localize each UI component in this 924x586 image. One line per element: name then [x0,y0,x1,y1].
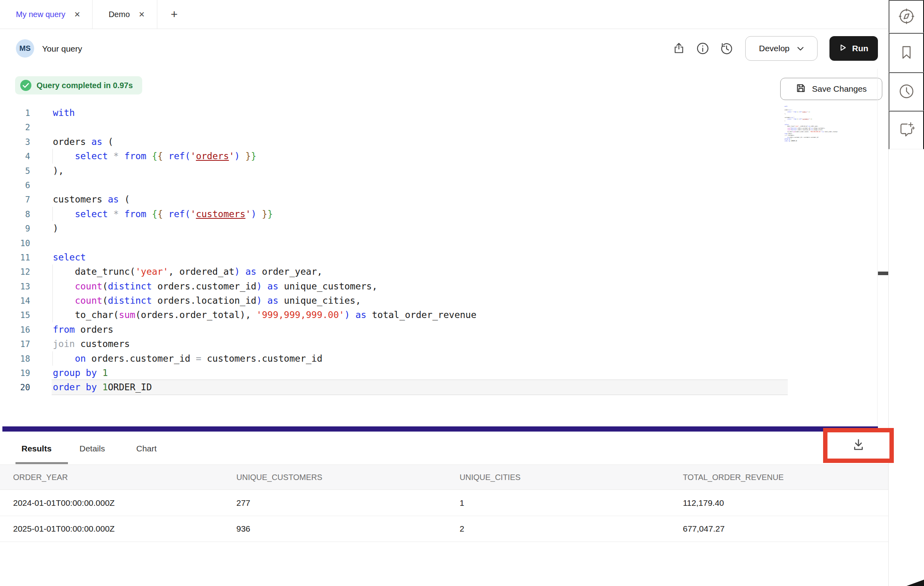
code-line-5[interactable]: 5), [0,164,476,178]
code-token: distinct [108,281,152,291]
code-token: ) [344,310,350,320]
main-panel: My new query✕Demo✕ + MS Your query [0,0,888,586]
code-token: orders.location_id [797,129,810,131]
save-changes-button[interactable]: Save Changes [780,78,882,100]
sidebar-item-explore[interactable] [889,0,924,33]
code-token: unique_cities, [813,129,823,131]
close-icon[interactable]: ✕ [74,10,81,19]
code-token: join [53,339,75,349]
code-token: count [787,127,791,129]
code-token [119,151,124,161]
code-token: as [245,266,257,277]
sidebar-item-ai-chat[interactable] [889,111,924,149]
info-button[interactable] [696,42,710,56]
code-token: ref [168,209,185,219]
code-token: '999,999,999.00' [810,131,821,132]
code-line-6[interactable]: 6 [0,178,476,192]
code-line-20[interactable]: 20order by 1ORDER_ID [0,380,476,394]
column-header: UNIQUE_CUSTOMERS [223,473,447,482]
active-tab-underline [15,462,68,464]
editor-minimap[interactable]: withorders as ( select * from {{ ref('or… [785,106,849,145]
code-token: * [113,151,119,161]
results-tab-details[interactable]: Details [79,444,105,453]
run-label: Run [852,44,868,53]
code-token: (orders.order_total), [135,310,257,320]
share-button[interactable] [672,42,686,56]
line-number: 6 [0,178,30,193]
code-token [53,295,75,306]
code-token: ) [256,281,262,291]
code-token: ( [102,137,114,147]
editor-scrollbar-track [877,69,889,426]
code-token: select [53,252,86,262]
code-line-12[interactable]: 12 date_trunc('year', ordered_at) as ord… [0,264,476,279]
code-token [163,209,168,219]
code-line-13[interactable]: 13 count(distinct orders.customer_id) as… [0,279,476,293]
develop-dropdown[interactable]: Develop [745,36,818,61]
code-line-19[interactable]: 19group by 1 [0,366,476,380]
code-line-2[interactable]: 2 [0,120,476,134]
code-line-content: select * from {{ ref('orders') }} [785,111,810,113]
line-number: 13 [0,280,30,294]
code-token: with [785,106,787,107]
code-line-7[interactable]: 7customers as ( [0,192,476,206]
line-number: 8 [0,207,30,222]
code-token: customers [785,117,791,118]
sidebar-item-bookmarks[interactable] [889,33,924,72]
code-token: orders.customer_id [789,137,802,138]
code-token [262,295,267,306]
line-number: 9 [0,222,30,236]
bookmark-icon [898,44,915,62]
code-line-16[interactable]: 16from orders [0,322,476,337]
scrollbar-thumb[interactable] [878,272,888,275]
code-line-11[interactable]: 11select [0,250,476,264]
code-token: } [251,151,257,161]
code-line-content: on orders.customer_id = customers.custom… [53,351,323,366]
editor-tab-2[interactable]: Demo✕ [93,0,157,29]
editor-tab-1[interactable]: My new query✕ [0,0,93,29]
code-line-15[interactable]: 15 to_char(sum(orders.order_total), '999… [0,308,476,322]
code-line-content: order by 1ORDER_ID [785,140,797,142]
code-token: ) [256,295,262,306]
new-tab-button[interactable]: + [157,0,191,29]
close-icon[interactable]: ✕ [139,10,145,19]
code-token: select [75,151,108,161]
code-token: select [75,209,108,219]
table-cell: 677,047.27 [670,524,887,534]
panel-resize-divider[interactable] [2,426,878,432]
code-token [53,281,75,291]
results-tab-chart[interactable]: Chart [136,444,157,453]
code-line-4[interactable]: 4 select * from {{ ref('orders') }} [0,149,476,163]
sql-editor: Query completed in 0.97s Save Changes 1w… [0,69,888,426]
compass-icon [898,8,915,26]
code-token: on [75,353,86,364]
code-token: select [787,118,791,120]
code-token: orders.customer_id [86,353,196,364]
table-cell: 112,179.40 [670,498,887,508]
code-line-3[interactable]: 3orders as ( [0,135,476,149]
line-number: 1 [0,106,30,120]
results-tab-results[interactable]: Results [21,444,52,453]
code-line-8[interactable]: 8 select * from {{ ref('customers') }} [0,207,476,221]
code-line-content: select * from {{ ref('orders') }} [53,149,257,163]
history-button[interactable] [719,42,734,56]
code-area[interactable]: 1with23orders as (4 select * from {{ ref… [0,106,476,395]
download-results-button[interactable] [851,438,866,453]
sidebar-item-history[interactable] [889,72,924,111]
code-line-14[interactable]: 14 count(distinct orders.location_id) as… [0,293,476,308]
code-token: from [53,324,75,335]
code-line-9[interactable]: 9) [0,221,476,235]
code-line-1[interactable]: 1with [0,106,476,120]
run-button[interactable]: Run [829,36,878,61]
code-token: order by [785,140,790,141]
code-line-17[interactable]: 17join customers [0,337,476,351]
code-token: } [262,209,267,219]
table-cell: 2 [447,524,670,534]
code-line-10[interactable]: 10 [0,236,476,250]
code-token: group by [53,368,97,378]
code-line-18[interactable]: 18 on orders.customer_id = customers.cus… [0,351,476,366]
code-token: from [124,209,146,219]
status-badge: Query completed in 0.97s [15,76,142,94]
code-token: ' [190,151,196,161]
code-token: { [157,151,163,161]
